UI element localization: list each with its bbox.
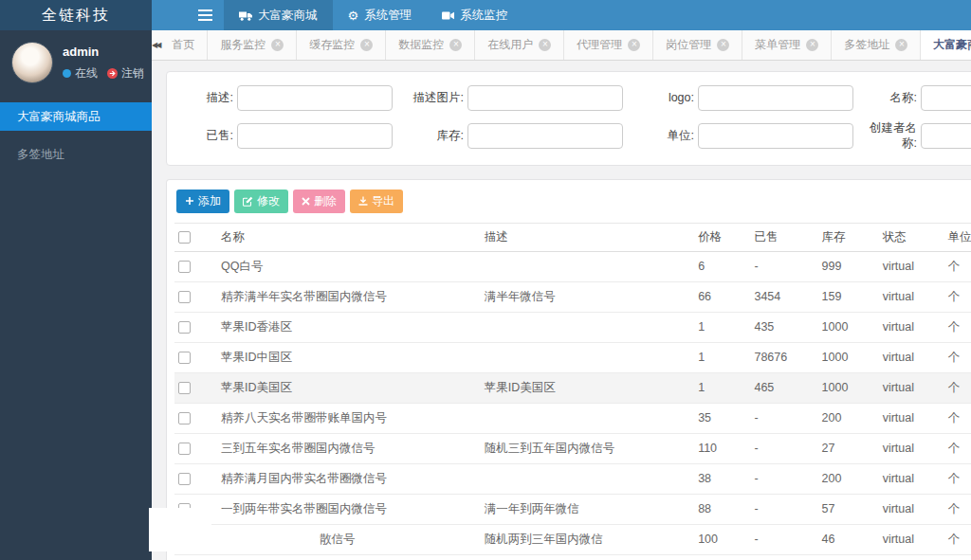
delete-button[interactable]: 删除 xyxy=(293,190,345,213)
search-field-input[interactable] xyxy=(467,123,623,149)
row-checkbox[interactable] xyxy=(178,352,191,364)
tab-close-icon[interactable] xyxy=(895,39,907,51)
cell-unit: 个 xyxy=(944,463,971,494)
brand-logo[interactable]: 全链科技 xyxy=(0,0,152,30)
cell-status: virtual xyxy=(879,312,944,342)
table-row[interactable]: 三到五年实名带圈国内微信号 随机三到五年国内微信号 110 - 27 virtu… xyxy=(174,433,971,463)
cell-stock: 57 xyxy=(818,494,879,524)
search-field-input[interactable] xyxy=(921,85,971,111)
cell-name: 苹果ID美国区 xyxy=(217,372,481,403)
row-checkbox[interactable] xyxy=(178,382,191,394)
tab-close-icon[interactable] xyxy=(717,39,729,51)
table-row[interactable]: 苹果ID中国区 1 78676 1000 virtual 个 - 20 xyxy=(174,342,971,372)
search-field-input[interactable] xyxy=(921,123,971,149)
navbar-item-label: 大富豪商城 xyxy=(258,8,318,24)
field-label: logo: xyxy=(633,90,694,105)
logout-link[interactable]: 注销 xyxy=(121,65,144,81)
row-checkbox[interactable] xyxy=(178,291,191,303)
row-checkbox[interactable] xyxy=(178,443,191,455)
tab[interactable]: 多签地址 xyxy=(832,30,921,60)
tab[interactable]: 首页 xyxy=(159,30,208,60)
col-status: 状态 xyxy=(879,223,944,251)
hamburger-icon[interactable] xyxy=(186,0,224,30)
cell-desc xyxy=(481,403,694,433)
table-row[interactable]: 苹果ID美国区 苹果ID美国区 1 465 1000 virtual 个 - 2… xyxy=(174,372,971,403)
tab-close-icon[interactable] xyxy=(271,39,284,51)
table-row[interactable]: 苹果ID香港区 1 435 1000 virtual 个 - 20 xyxy=(174,312,971,342)
main-content: 描述: 描述图片: logo: 名称: 已售: 库存: xyxy=(152,61,971,560)
cell-status: virtual xyxy=(879,433,944,463)
select-all-checkbox[interactable] xyxy=(178,231,191,244)
table-row[interactable]: 散信号 随机两到三年国内微信 100 - 46 virtual 个 - 20 xyxy=(174,524,971,554)
topbar: 全链科技 大富豪商城 ⚙ 系统管理 系统监控 xyxy=(0,0,971,30)
cell-desc: 随机两到三年国内微信 xyxy=(481,524,694,554)
cell-status: virtual xyxy=(879,463,944,494)
search-panel: 描述: 描述图片: logo: 名称: 已售: 库存: xyxy=(166,71,971,166)
chevrons-left-icon[interactable]: ◀◀ xyxy=(152,30,159,60)
sidebar-menu: 大富豪商城商品 多签地址 xyxy=(0,102,152,169)
edit-icon xyxy=(243,196,253,207)
cell-stock: 200 xyxy=(818,463,879,494)
tab[interactable]: 菜单管理 xyxy=(742,30,832,60)
cell-desc: 随机三到五年国内微信号 xyxy=(481,433,694,463)
table-row[interactable]: 精养满半年实名带圈国内微信号 满半年微信号 66 3454 159 virtua… xyxy=(174,281,971,312)
tab[interactable]: 在线用户 xyxy=(475,30,564,60)
tab-bar: ◀◀ 首页 服务监控 缓存监控 数据监控 在线用户 代理管理 岗位管理 菜单管理… xyxy=(152,30,971,61)
form-field: 名称: xyxy=(864,85,971,111)
form-field: 单位: xyxy=(633,120,864,152)
navbar-item[interactable]: ⚙ 系统管理 xyxy=(333,0,428,30)
cell-sold: 465 xyxy=(750,372,817,403)
export-button[interactable]: 导出 xyxy=(350,190,403,213)
search-field-input[interactable] xyxy=(237,85,393,111)
sidebar-item-label: 大富豪商城商品 xyxy=(17,110,101,123)
cell-stock: 159 xyxy=(818,281,879,312)
edit-button[interactable]: 修改 xyxy=(234,190,288,213)
tab-close-icon[interactable] xyxy=(539,39,551,51)
tab[interactable]: 代理管理 xyxy=(564,30,653,60)
add-button[interactable]: 添加 xyxy=(176,190,229,213)
tab-close-icon[interactable] xyxy=(628,39,640,51)
sidebar-item[interactable]: 大富豪商城商品 xyxy=(0,102,152,131)
table-row[interactable]: QQ白号 6 - 999 virtual 个 - 20 xyxy=(174,251,971,281)
navbar-item[interactable]: 系统监控 xyxy=(427,0,522,30)
row-checkbox[interactable] xyxy=(178,261,191,273)
tab[interactable]: 服务监控 xyxy=(208,30,297,60)
col-desc: 描述 xyxy=(481,223,694,251)
cell-unit: 个 xyxy=(944,494,971,524)
search-field-input[interactable] xyxy=(698,123,853,149)
row-checkbox[interactable] xyxy=(178,412,191,425)
table-panel: 添加 修改 删除 导出 名称 xyxy=(166,179,971,560)
cell-sold: - xyxy=(750,251,817,281)
tab-close-icon[interactable] xyxy=(360,39,373,51)
sidebar-item-label: 多签地址 xyxy=(17,148,64,161)
field-label: 描述图片: xyxy=(403,90,464,105)
cell-name: QQ白号 xyxy=(217,251,481,281)
tab[interactable]: 数据监控 xyxy=(386,30,475,60)
cell-unit: 个 xyxy=(944,281,971,312)
search-field-input[interactable] xyxy=(698,85,853,111)
table-row[interactable]: 一到两年带实名带圈国内微信号 满一年到两年微信 88 - 57 virtual … xyxy=(174,494,971,524)
search-field-input[interactable] xyxy=(237,123,393,149)
tab-close-icon[interactable] xyxy=(449,39,462,51)
navbar-item[interactable]: 大富豪商城 xyxy=(224,0,333,30)
sidebar-item[interactable]: 多签地址 xyxy=(0,140,152,169)
table-row[interactable]: 精养八天实名带圈带账单国内号 35 - 200 virtual 个 - 20 xyxy=(174,403,971,433)
cell-sold: 435 xyxy=(750,312,817,342)
search-field-input[interactable] xyxy=(467,85,623,111)
table-row[interactable]: 精养满月国内带实名带圈微信号 38 - 200 virtual 个 - 20 xyxy=(174,463,971,494)
tab[interactable]: 缓存监控 xyxy=(297,30,386,60)
tab[interactable]: 岗位管理 xyxy=(653,30,742,60)
row-checkbox[interactable] xyxy=(178,473,191,485)
cell-sold: - xyxy=(750,433,817,463)
cell-stock: 1000 xyxy=(818,312,879,342)
tab[interactable]: 大富豪商城商品 xyxy=(921,30,971,60)
overlay-patch xyxy=(149,508,211,551)
avatar[interactable] xyxy=(11,42,53,83)
row-checkbox[interactable] xyxy=(178,321,191,334)
tab-close-icon[interactable] xyxy=(806,39,818,51)
col-stock: 库存 xyxy=(818,223,879,251)
cell-status: virtual xyxy=(879,281,944,312)
form-field: 创建者名称: xyxy=(864,120,971,152)
cell-stock: 1000 xyxy=(818,342,879,372)
cell-name: 苹果ID香港区 xyxy=(217,312,481,342)
